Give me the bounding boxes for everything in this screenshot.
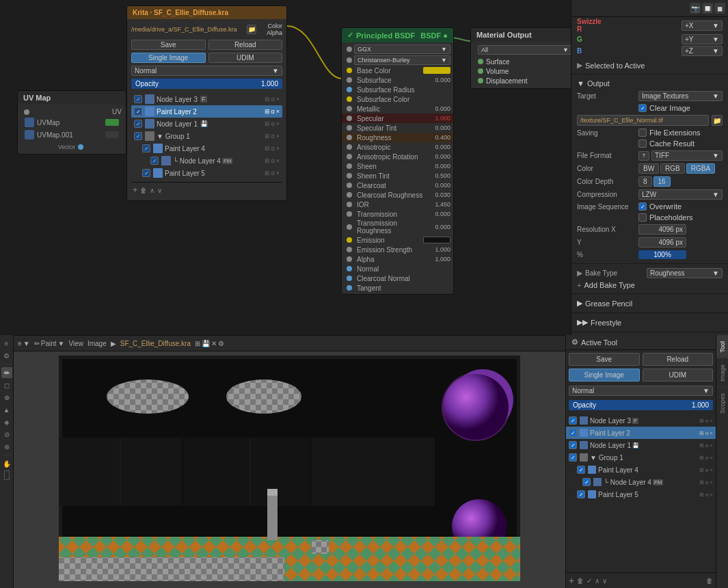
move-down-btn[interactable]: ∨ — [602, 577, 607, 585]
layer-check[interactable]: ✓ — [569, 416, 577, 425]
layer-check[interactable]: ✓ — [569, 453, 577, 462]
bottom-save-btn[interactable]: Save — [569, 353, 640, 366]
opacity-bar[interactable]: Opacity 1.000 — [131, 79, 282, 89]
grease-pencil-header[interactable]: ▶ Grease Pencil — [577, 297, 723, 310]
layer-node4[interactable]: ✓ └ Node Layer 4 FM ⊞ α × — [131, 155, 282, 167]
bottom-layer-node3[interactable]: ✓ Node Layer 3 F ⊞ α × — [566, 414, 716, 427]
layer-check[interactable]: ✓ — [569, 441, 577, 449]
single-image-btn[interactable]: Single Image — [131, 53, 206, 63]
file-format-dropdown[interactable]: TIFF ▼ — [651, 150, 723, 161]
depth-8-btn[interactable]: 8 — [638, 176, 652, 187]
image-canvas[interactable]: ≡ ▼ ✏ Paint ▼ View Image ▶ SF_C_Ellie_Di… — [14, 335, 565, 588]
swizzle-b-dropdown[interactable]: +Z ▼ — [682, 46, 723, 56]
layer-checkbox[interactable]: ✓ — [150, 157, 159, 165]
layer-paint4[interactable]: ✓ Paint Layer 4 ⊞ α × — [131, 142, 282, 155]
file-browse-btn[interactable]: 📁 — [712, 115, 723, 126]
overwrite-checkbox[interactable]: ✓ — [638, 202, 647, 211]
bottom-layer-paint2[interactable]: ✓ Paint Layer 2 ⊞ α × — [566, 427, 716, 439]
cache-result-checkbox[interactable] — [638, 139, 647, 148]
move-down-btn[interactable]: ∨ — [157, 187, 162, 194]
layer-checkbox[interactable]: ✓ — [134, 95, 142, 103]
layer-checkbox[interactable]: ✓ — [142, 169, 150, 177]
krita-save-btn[interactable]: Save — [131, 40, 206, 50]
layer-check[interactable]: ✓ — [577, 466, 585, 474]
layer-check[interactable]: ✓ — [577, 490, 585, 498]
swizzle-r-dropdown[interactable]: +X ▼ — [682, 21, 723, 31]
scopes-tab[interactable]: Scopes — [716, 387, 728, 419]
bottom-layer-node1[interactable]: ✓ Node Layer 1 💾 ⊞ α × — [566, 439, 716, 451]
placeholders-checkbox[interactable] — [638, 213, 647, 222]
folder-icon[interactable]: 📁 — [247, 25, 256, 34]
rgba-btn[interactable]: RGBA — [686, 163, 715, 174]
file-icon-btn[interactable]: ▶ — [111, 340, 116, 347]
resolution-x-input[interactable]: 4096 px — [638, 224, 686, 235]
bottom-layer-paint4[interactable]: ✓ Paint Layer 4 ⊞ α × — [566, 464, 716, 476]
file-extensions-checkbox[interactable] — [638, 129, 647, 137]
move-up-btn[interactable]: ∧ — [150, 187, 154, 194]
bsdf-distribution[interactable]: GGX ▼ — [342, 44, 453, 55]
scrollbar-handle[interactable] — [4, 470, 10, 480]
bottom-single-image-btn[interactable]: Single Image — [569, 369, 640, 382]
add-bake-type-row[interactable]: + Add Bake Type — [577, 280, 723, 291]
check-btn[interactable]: ✓ — [587, 577, 592, 585]
node-canvas[interactable]: UV Map UV UVMap UVMap.001 Ve — [0, 0, 571, 335]
udim-btn[interactable]: UDIM — [208, 53, 283, 63]
layer-node3[interactable]: ✓ Node Layer 3 F ⊞ α × — [131, 93, 282, 105]
trash-btn[interactable]: 🗑 — [706, 577, 713, 585]
move-up-btn[interactable]: ∧ — [595, 577, 599, 585]
filter-btn[interactable]: ≡ ▼ — [18, 340, 30, 347]
target-dropdown[interactable]: Image Textures ▼ — [638, 91, 723, 101]
mask-tool[interactable]: ◈ — [1, 416, 12, 427]
layer-checkbox[interactable]: ✓ — [134, 107, 142, 116]
file-path-input[interactable]: /texture/SF_C_Ellie_Normal.tif — [577, 115, 709, 126]
bsdf-subsurface-method[interactable]: Christansen-Burley ▼ — [342, 55, 453, 66]
add-layer-btn[interactable]: + — [133, 185, 137, 195]
layer-paint5[interactable]: ✓ Paint Layer 5 ⊞ α × — [131, 167, 282, 179]
depth-16-btn[interactable]: 16 — [653, 176, 671, 187]
layer-paint2[interactable]: ✓ Paint Layer 2 ⊞ α × — [131, 105, 282, 118]
material-output-node[interactable]: Material Output All ▼ Surface Volume — [470, 27, 571, 89]
bottom-layer-node4[interactable]: ✓ └ Node Layer 4 FM ⊞ α × — [566, 476, 716, 488]
layer-group1[interactable]: ✓ ▼ Group 1 ⊞ α × — [131, 130, 282, 142]
bake-type-dropdown[interactable]: Roughness ▼ — [647, 268, 723, 278]
bw-btn[interactable]: BW — [638, 163, 659, 174]
layer-node1[interactable]: ✓ Node Layer 1 💾 ⊞ α × — [131, 118, 282, 130]
bottom-blend-mode[interactable]: Normal ▼ — [566, 384, 716, 397]
filter-icon[interactable]: ≡ — [1, 338, 12, 349]
freestyle-header[interactable]: ▶▶ Freestyle — [577, 316, 723, 329]
add-layer-btn[interactable]: + — [569, 575, 574, 586]
hand-tool[interactable]: ✋ — [1, 458, 12, 469]
tool-tab[interactable]: Tool — [716, 335, 728, 358]
delete-layer-btn[interactable]: 🗑 — [577, 577, 584, 585]
clear-image-checkbox[interactable]: ✓ — [638, 104, 647, 112]
output-icon[interactable]: ◼ — [714, 3, 725, 14]
fill-tool[interactable]: ▲ — [1, 404, 12, 415]
resolution-y-input[interactable]: 4096 px — [638, 237, 686, 248]
view-menu-btn[interactable]: View — [68, 340, 83, 347]
swizzle-g-dropdown[interactable]: +Y ▼ — [682, 34, 723, 44]
compression-dropdown[interactable]: LZW ▼ — [638, 189, 723, 200]
krita-reload-btn[interactable]: Reload — [208, 40, 283, 50]
bottom-layer-group1[interactable]: ✓ ▼ Group 1 ⊞ α × — [566, 451, 716, 464]
blend-mode-dropdown[interactable]: Normal ▼ — [131, 66, 282, 76]
eraser-tool[interactable]: ◻ — [1, 379, 12, 390]
brush-tool[interactable]: ✏ — [1, 367, 12, 378]
image-tab[interactable]: Image — [716, 358, 728, 387]
bottom-reload-btn[interactable]: Reload — [643, 353, 714, 366]
principled-bsdf-node[interactable]: ✓ Principled BSDF BSDF ● GGX ▼ Christans… — [341, 27, 454, 295]
layer-checkbox[interactable]: ✓ — [134, 132, 142, 140]
resolution-pct-bar[interactable]: 100% — [638, 250, 686, 259]
material-all-dropdown[interactable]: All ▼ — [475, 44, 571, 55]
krita-node[interactable]: Krita · SF_C_Ellie_Diffuse.kra /media/dr… — [126, 5, 287, 201]
delete-layer-btn[interactable]: 🗑 — [140, 187, 147, 194]
layer-checkbox[interactable]: ✓ — [134, 120, 142, 128]
layer-checkbox[interactable]: ✓ — [142, 144, 150, 152]
layer-check[interactable]: ✓ — [569, 429, 577, 437]
camera-icon[interactable]: 📷 — [690, 3, 701, 14]
image-menu-btn[interactable]: Image — [87, 340, 107, 347]
render-icon[interactable]: 🔲 — [702, 3, 713, 14]
settings-icon[interactable]: ⚙ — [1, 350, 12, 361]
layer-check[interactable]: ✓ — [582, 478, 591, 486]
bottom-opacity-bar[interactable]: Opacity 1.000 — [569, 400, 713, 410]
rgb-btn[interactable]: RGB — [660, 163, 685, 174]
